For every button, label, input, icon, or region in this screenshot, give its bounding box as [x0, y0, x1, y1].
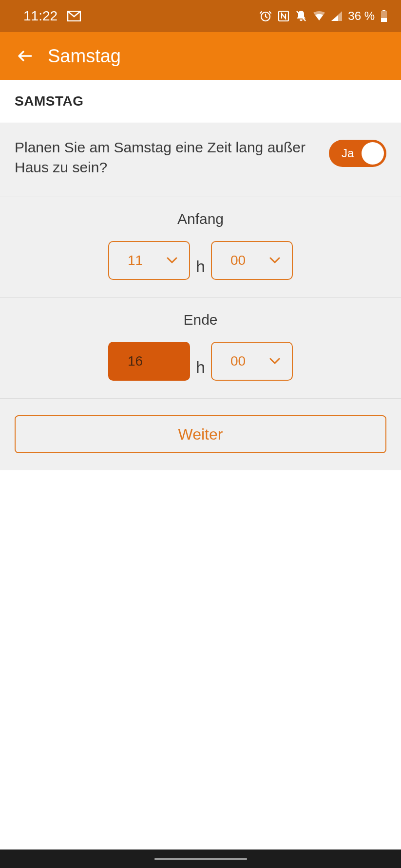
status-bar: 11:22	[0, 0, 401, 32]
end-time-label: Ende	[183, 312, 217, 328]
battery-icon	[381, 10, 387, 22]
app-bar-title: Samstag	[48, 46, 121, 67]
status-time: 11:22	[23, 8, 57, 24]
start-time-section: Anfang 11 h 00	[0, 197, 401, 298]
status-right: 36 %	[259, 9, 387, 23]
start-time-label: Anfang	[177, 211, 224, 227]
chevron-down-icon	[269, 257, 280, 264]
button-row: Weiter	[0, 399, 401, 470]
toggle-knob	[362, 142, 384, 165]
signal-icon	[331, 11, 342, 21]
toggle-question: Planen Sie am Samstag eine Zeit lang auß…	[15, 138, 329, 177]
chevron-down-icon	[167, 257, 177, 264]
schedule-card: Planen Sie am Samstag eine Zeit lang auß…	[0, 123, 401, 470]
toggle-state-label: Ja	[342, 147, 354, 160]
start-minute-selector[interactable]: 00	[211, 241, 293, 280]
start-hour-selector[interactable]: 11	[108, 241, 190, 280]
nav-handle[interactable]	[154, 858, 247, 860]
end-minute-value: 00	[230, 353, 246, 369]
start-time-pickers: 11 h 00	[108, 241, 293, 280]
end-hour-value: 16	[128, 353, 143, 369]
start-minute-value: 00	[230, 253, 246, 268]
alarm-icon	[259, 10, 272, 22]
back-button[interactable]	[17, 47, 34, 65]
away-toggle[interactable]: Ja	[329, 140, 386, 167]
chevron-down-icon	[269, 358, 280, 365]
nfc-icon	[278, 10, 289, 22]
time-unit-label: h	[196, 257, 205, 280]
battery-text: 36 %	[348, 9, 375, 23]
end-hour-selector[interactable]: 16	[108, 342, 190, 381]
section-header: SAMSTAG	[0, 80, 401, 123]
toggle-row: Planen Sie am Samstag eine Zeit lang auß…	[0, 123, 401, 197]
svg-rect-4	[382, 10, 385, 11]
status-left: 11:22	[23, 8, 81, 24]
continue-button[interactable]: Weiter	[15, 415, 386, 453]
wifi-icon	[313, 11, 325, 21]
time-unit-label: h	[196, 358, 205, 381]
android-nav-bar	[0, 850, 401, 868]
end-minute-selector[interactable]: 00	[211, 342, 293, 381]
start-hour-value: 11	[128, 253, 143, 268]
svg-rect-6	[381, 18, 387, 22]
mail-icon	[67, 11, 81, 21]
notification-muted-icon	[295, 10, 307, 22]
app-bar: Samstag	[0, 32, 401, 80]
end-time-section: Ende 16 h 00	[0, 298, 401, 399]
end-time-pickers: 16 h 00	[108, 342, 293, 381]
